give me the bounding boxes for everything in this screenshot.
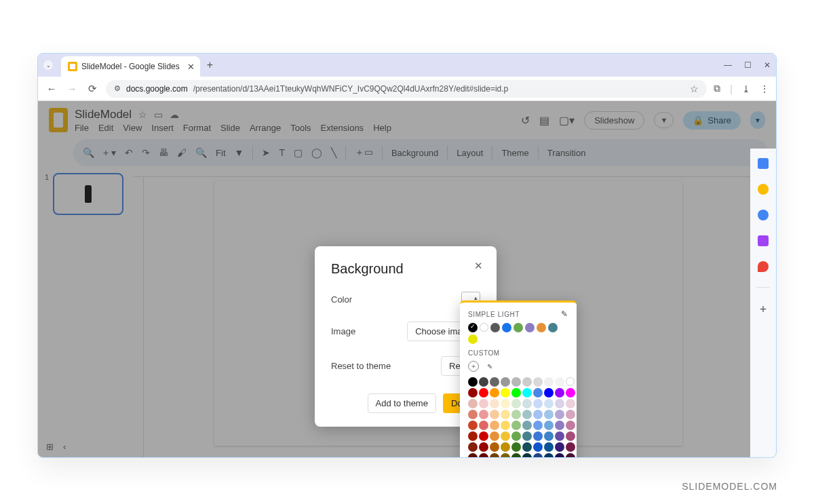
color-swatch[interactable]: [479, 431, 488, 441]
menu-help[interactable]: Help: [373, 123, 391, 133]
color-swatch[interactable]: [490, 431, 499, 441]
color-swatch[interactable]: [501, 410, 510, 419]
theme-swatch[interactable]: [480, 323, 488, 332]
color-swatch[interactable]: [511, 410, 521, 419]
menu-view[interactable]: View: [123, 123, 142, 133]
slideshow-dropdown[interactable]: ▼: [654, 112, 674, 128]
color-swatch[interactable]: [544, 453, 554, 458]
color-swatch[interactable]: [533, 410, 543, 419]
color-swatch[interactable]: [555, 453, 564, 458]
color-swatch[interactable]: [566, 421, 575, 430]
menu-extensions[interactable]: Extensions: [321, 123, 364, 133]
color-swatch[interactable]: [479, 453, 488, 458]
menu-slide[interactable]: Slide: [220, 123, 240, 133]
color-swatch[interactable]: [479, 399, 488, 408]
paint-format-icon[interactable]: 🖌: [177, 147, 187, 158]
menu-tools[interactable]: Tools: [290, 123, 311, 133]
color-swatch[interactable]: [479, 421, 488, 430]
slideshow-button[interactable]: Slideshow: [584, 111, 644, 130]
menu-arrange[interactable]: Arrange: [250, 123, 281, 133]
add-custom-color-icon[interactable]: ＋: [468, 361, 479, 372]
close-window-icon[interactable]: ✕: [764, 60, 771, 70]
new-slide-icon[interactable]: + ▾: [103, 147, 116, 158]
color-swatch[interactable]: [522, 421, 532, 430]
star-icon[interactable]: ☆: [138, 109, 147, 120]
keep-icon[interactable]: [758, 184, 769, 195]
color-swatch[interactable]: [566, 377, 575, 386]
comment-add-icon[interactable]: ＋▭: [355, 147, 373, 159]
color-swatch[interactable]: [555, 410, 564, 419]
color-swatch[interactable]: [522, 377, 532, 387]
color-swatch[interactable]: [490, 453, 499, 458]
color-swatch[interactable]: [468, 388, 478, 398]
close-dialog-icon[interactable]: ✕: [474, 260, 483, 272]
share-button[interactable]: 🔒 Share: [683, 111, 741, 130]
color-swatch[interactable]: [544, 410, 554, 419]
color-swatch[interactable]: [511, 377, 521, 387]
color-swatch[interactable]: [468, 431, 478, 441]
color-swatch[interactable]: [479, 377, 488, 387]
edit-theme-icon[interactable]: ✎: [561, 309, 568, 319]
color-swatch[interactable]: [490, 410, 499, 419]
color-swatch[interactable]: [468, 442, 478, 452]
color-swatch[interactable]: [490, 388, 499, 398]
select-tool-icon[interactable]: ➤: [262, 147, 270, 158]
share-dropdown[interactable]: ▼: [750, 111, 765, 129]
doc-title[interactable]: SlideModel: [75, 108, 132, 121]
theme-swatch[interactable]: [537, 323, 546, 332]
browser-tab[interactable]: SlideModel - Google Slides ✕: [61, 56, 200, 77]
color-swatch[interactable]: [501, 431, 510, 441]
color-swatch[interactable]: [566, 431, 575, 441]
color-swatch[interactable]: [479, 442, 488, 452]
comments-icon[interactable]: ▤: [539, 114, 549, 127]
theme-swatch[interactable]: [502, 323, 511, 332]
chrome-menu-icon[interactable]: ⋮: [760, 83, 769, 94]
add-to-theme-button[interactable]: Add to theme: [368, 393, 436, 413]
color-swatch[interactable]: [566, 399, 575, 408]
color-swatch[interactable]: [522, 388, 532, 398]
line-icon[interactable]: ╲: [331, 147, 336, 158]
color-swatch[interactable]: [468, 377, 478, 387]
theme-swatch[interactable]: [513, 323, 523, 332]
color-swatch[interactable]: [555, 421, 564, 430]
color-swatch[interactable]: [533, 388, 543, 398]
menu-edit[interactable]: Edit: [98, 123, 113, 133]
color-swatch[interactable]: [566, 453, 575, 458]
calendar-icon[interactable]: [758, 158, 769, 169]
redo-icon[interactable]: ↷: [142, 147, 150, 158]
move-folder-icon[interactable]: ▭: [154, 109, 163, 120]
color-swatch[interactable]: [501, 421, 510, 430]
color-swatch[interactable]: [544, 421, 554, 430]
color-swatch[interactable]: [479, 410, 488, 419]
color-swatch[interactable]: [555, 388, 564, 398]
theme-swatch[interactable]: [468, 334, 478, 344]
toolbar-transition[interactable]: Transition: [547, 148, 586, 158]
new-tab-button[interactable]: +: [207, 59, 213, 71]
toolbar-layout[interactable]: Layout: [457, 148, 483, 158]
color-swatch[interactable]: [533, 442, 543, 452]
minimize-icon[interactable]: —: [724, 60, 732, 70]
maximize-icon[interactable]: ☐: [744, 60, 752, 70]
print-icon[interactable]: 🖶: [159, 147, 168, 158]
color-swatch[interactable]: [490, 442, 499, 452]
color-swatch[interactable]: [468, 399, 478, 408]
zoom-level[interactable]: Fit: [216, 148, 225, 158]
zoom-dropdown-icon[interactable]: ▼: [235, 147, 244, 158]
color-swatch[interactable]: [490, 377, 499, 387]
color-swatch[interactable]: [511, 421, 521, 430]
color-swatch[interactable]: [544, 431, 554, 441]
toolbar-theme[interactable]: Theme: [501, 148, 528, 158]
color-swatch[interactable]: [533, 399, 543, 408]
menu-format[interactable]: Format: [183, 123, 211, 133]
theme-swatch[interactable]: [490, 323, 500, 332]
reload-icon[interactable]: ⟳: [85, 83, 99, 95]
maps-icon[interactable]: [758, 261, 769, 272]
textbox-icon[interactable]: T: [279, 147, 285, 158]
color-swatch[interactable]: [490, 399, 499, 408]
color-swatch[interactable]: [555, 377, 564, 387]
history-icon[interactable]: ↺: [521, 114, 530, 127]
back-icon[interactable]: ←: [45, 83, 58, 94]
color-swatch[interactable]: [566, 388, 575, 398]
menu-file[interactable]: File: [75, 123, 89, 133]
color-swatch[interactable]: [555, 442, 564, 452]
